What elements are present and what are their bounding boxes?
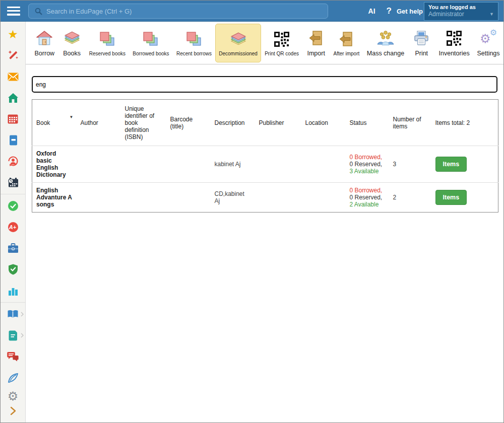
- sidebar-item-home[interactable]: [1, 87, 26, 108]
- toolbar-item-label: After import: [334, 51, 360, 56]
- sidebar-item-substitution[interactable]: [1, 151, 26, 172]
- location-cell: [301, 183, 346, 213]
- status-borrowed: 0 Borrowed,: [350, 187, 383, 194]
- question-mark-icon: ?: [387, 6, 392, 16]
- sidebar-item-settings[interactable]: ⚙: [1, 388, 26, 404]
- stacked-squares-icon: [143, 30, 158, 49]
- chevron-right-icon: [21, 312, 24, 317]
- status-available: 2 Available: [350, 201, 379, 208]
- qr-code-icon: [274, 30, 290, 49]
- publisher-cell: [255, 183, 301, 213]
- toolbar-item-borrowed-books[interactable]: Borrowed books: [129, 24, 173, 62]
- app-window: AI ? Get help You are logged as Administ…: [0, 0, 504, 423]
- items-button[interactable]: Items: [435, 190, 467, 205]
- toolbar-item-decommissioned[interactable]: Decommissioned: [215, 24, 261, 62]
- toolbar-item-label: Borrowed books: [133, 51, 169, 56]
- get-help-label: Get help: [397, 8, 423, 15]
- ai-button[interactable]: AI: [368, 7, 375, 15]
- toolbar-item-label: Recent borrows: [176, 51, 212, 56]
- items-button[interactable]: Items: [435, 157, 467, 172]
- hamburger-menu-icon[interactable]: [7, 7, 20, 16]
- number-of-items-cell: 2: [389, 183, 431, 213]
- toolbar-item-label: Decommissioned: [219, 51, 258, 56]
- column-header-publisher[interactable]: Publisher: [255, 100, 301, 146]
- toolbar-item-after-import[interactable]: After import: [330, 24, 363, 62]
- toolbar-item-import[interactable]: Import: [302, 24, 330, 62]
- column-header-book[interactable]: Book ▼: [32, 100, 77, 146]
- star-icon: ★: [8, 29, 18, 40]
- table-row: Oxford basic English Dictionary kabinet …: [32, 146, 498, 183]
- sidebar-item-messages[interactable]: [1, 66, 26, 87]
- toolbar-item-label: Inventories: [439, 50, 470, 57]
- sidebar-item-agenda-briefcase[interactable]: [1, 238, 26, 259]
- toolbar-item-print-qr-codes[interactable]: Print QR codes: [261, 24, 302, 62]
- toolbar-item-label: Books: [63, 50, 81, 57]
- toolbar-item-settings[interactable]: ⚙⚙ Settings: [473, 24, 503, 62]
- sidebar-item-results[interactable]: [1, 280, 26, 301]
- sidebar-item-timetable[interactable]: [1, 108, 26, 129]
- get-help-button[interactable]: ? Get help: [387, 6, 423, 16]
- publisher-cell: [255, 146, 301, 183]
- author-cell: [77, 146, 121, 183]
- items-total-label: Items total: 2: [431, 100, 498, 146]
- toolbar-item-inventories[interactable]: Inventories: [435, 24, 473, 62]
- envelope-icon: [8, 73, 19, 81]
- sidebar-item-notes[interactable]: [1, 325, 26, 346]
- stacked-squares-icon: [100, 30, 115, 49]
- sidebar-item-attendance[interactable]: [1, 195, 26, 217]
- column-header-location[interactable]: Location: [301, 100, 346, 146]
- shield-check-icon: [8, 264, 18, 275]
- books-table: Book ▼ Author Unique identifier of book …: [32, 99, 497, 213]
- global-search[interactable]: [28, 4, 328, 19]
- import-arrow-icon: [308, 29, 324, 48]
- sidebar-item-grades[interactable]: A+: [1, 217, 26, 238]
- toolbar-item-print[interactable]: Print: [408, 24, 435, 62]
- book-title: English Advanture A songs: [32, 183, 77, 213]
- toolbar-item-mass-change[interactable]: Mass change: [363, 24, 408, 62]
- column-header-description[interactable]: Description: [211, 100, 255, 146]
- toolbar-item-borrow[interactable]: Borrow: [31, 24, 58, 62]
- column-header-barcode[interactable]: Barcode (title): [166, 100, 211, 146]
- sidebar-item-behavior[interactable]: [1, 259, 26, 280]
- account-dropdown[interactable]: You are logged as Administrator ▼: [424, 2, 498, 21]
- items-action-cell: Items: [431, 146, 498, 183]
- global-search-input[interactable]: [46, 8, 298, 15]
- toolbar-item-label: Print QR codes: [265, 51, 299, 56]
- column-header-status[interactable]: Status: [346, 100, 389, 146]
- gear-icon: ⚙: [8, 390, 19, 402]
- status-borrowed: 0 Borrowed,: [350, 154, 383, 161]
- gears-icon: ⚙⚙: [480, 29, 497, 48]
- sidebar-item-wizard[interactable]: [1, 45, 26, 66]
- sidebar-item-chat[interactable]: [1, 346, 26, 367]
- description-cell: kabinet Aj: [211, 146, 255, 183]
- location-cell: [301, 146, 346, 183]
- toolbar-item-books[interactable]: Books: [58, 24, 86, 62]
- substitution-person-icon: [8, 156, 19, 167]
- sidebar: ★: [1, 22, 26, 422]
- notes-icon: [8, 330, 18, 341]
- toolbar-item-reserved-books[interactable]: Reserved books: [86, 24, 130, 62]
- column-header-number-of-items[interactable]: Number of items: [389, 100, 431, 146]
- house-icon: [8, 93, 19, 103]
- import-arrow-icon: [339, 30, 354, 49]
- items-action-cell: Items: [431, 183, 498, 213]
- table-row: English Advanture A songs CD,kabinet Aj …: [32, 183, 498, 213]
- sidebar-item-timetable-agenda[interactable]: [1, 172, 26, 193]
- topbar-actions: AI ? Get help: [368, 1, 423, 22]
- barcode-cell: [166, 183, 211, 213]
- book-stack-icon: [64, 29, 81, 48]
- main-content: Borrow Books: [26, 22, 503, 422]
- sidebar-item-library[interactable]: [1, 304, 26, 325]
- column-header-isbn[interactable]: Unique identifier of book definition (IS…: [121, 100, 166, 146]
- sidebar-expand-button[interactable]: [1, 404, 26, 417]
- sidebar-item-favorites[interactable]: ★: [1, 24, 26, 45]
- sidebar-item-exams-pen[interactable]: [1, 367, 26, 388]
- column-header-author[interactable]: Author: [77, 100, 121, 146]
- sidebar-item-notebook[interactable]: [1, 129, 26, 151]
- toolbar-item-label: Borrow: [35, 50, 55, 57]
- column-header-label: Book: [36, 119, 50, 126]
- printer-icon: [413, 29, 429, 48]
- toolbar-item-recent-borrows[interactable]: Recent borrows: [173, 24, 215, 62]
- book-filter-input[interactable]: [32, 76, 497, 93]
- magic-wand-icon: [8, 50, 19, 61]
